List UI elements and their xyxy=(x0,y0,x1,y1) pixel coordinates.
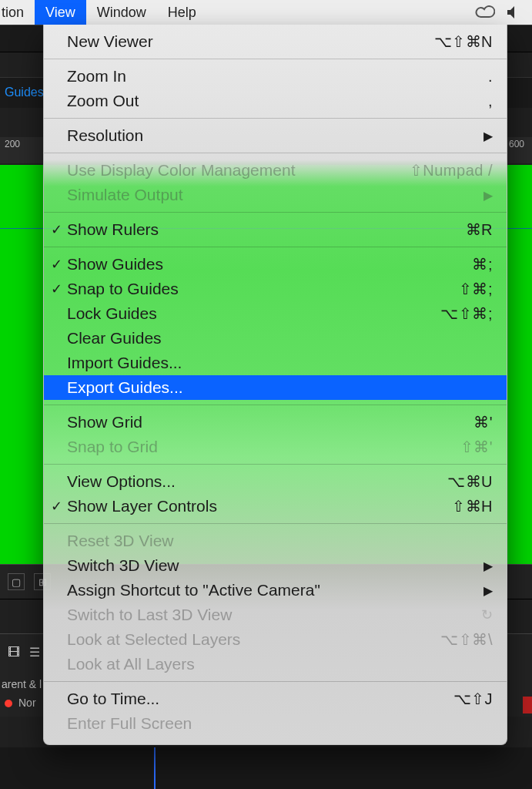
menu-item-label: Use Display Color Management xyxy=(67,161,295,180)
check-icon: ✓ xyxy=(49,221,64,238)
menu-shortcut: ⌥⇧⌘N xyxy=(434,32,493,51)
check-icon: ✓ xyxy=(49,280,64,297)
menu-shortcut: ⇧⌘' xyxy=(460,438,493,456)
menu-shortcut: ⇧⌘H xyxy=(452,497,493,515)
menu-item-label: Go to Time... xyxy=(67,690,159,708)
menu-item-label: View Options... xyxy=(67,472,176,491)
menu-switch-last-3d-view: Switch to Last 3D View ↻ xyxy=(44,603,507,627)
view-menu-dropdown: New Viewer ⌥⇧⌘N Zoom In . Zoom Out , Res… xyxy=(43,25,507,745)
record-dot-icon[interactable] xyxy=(5,700,12,707)
submenu-arrow-icon: ▶ xyxy=(483,129,493,143)
menu-enter-full-screen: Enter Full Screen xyxy=(44,711,507,736)
menu-separator xyxy=(44,153,507,153)
menu-item-label: Assign Shortcut to "Active Camera" xyxy=(67,581,320,599)
menu-item-label: Resolution xyxy=(67,126,143,145)
bars-icon[interactable]: ☰ xyxy=(29,645,40,660)
menu-snap-to-guides[interactable]: ✓ Snap to Guides ⇧⌘; xyxy=(44,277,507,301)
menu-zoom-in[interactable]: Zoom In . xyxy=(44,64,507,89)
menu-view-options[interactable]: View Options... ⌥⌘U xyxy=(44,469,507,494)
menu-separator xyxy=(44,523,507,524)
menu-separator xyxy=(44,464,507,465)
submenu-arrow-icon: ▶ xyxy=(483,188,493,203)
timeline-track-area[interactable] xyxy=(0,747,532,789)
menu-separator xyxy=(44,212,507,213)
menu-separator xyxy=(44,405,507,405)
menu-item-label: Snap to Guides xyxy=(67,280,179,298)
menu-item-label: Simulate Output xyxy=(67,186,183,204)
menu-item-label: Switch 3D View xyxy=(67,556,179,575)
menu-shortcut: , xyxy=(488,92,493,110)
creative-cloud-icon[interactable] xyxy=(475,5,495,19)
menu-item-label: Look at Selected Layers xyxy=(67,630,240,649)
check-icon: ✓ xyxy=(49,256,64,273)
menu-item-label: New Viewer xyxy=(67,32,153,51)
mode-label-partial: Nor xyxy=(18,697,36,709)
menu-show-grid[interactable]: Show Grid ⌘' xyxy=(44,410,507,435)
menu-separator xyxy=(44,59,507,59)
menu-snap-to-grid: Snap to Grid ⇧⌘' xyxy=(44,435,507,459)
menu-simulate-output: Simulate Output ▶ xyxy=(44,183,507,207)
menu-shortcut: ⌘R xyxy=(466,220,493,239)
menu-item-partial[interactable]: tion xyxy=(0,0,35,25)
menu-item-label: Switch to Last 3D View xyxy=(67,606,232,624)
menu-item-label: Lock Guides xyxy=(67,304,157,323)
menu-separator xyxy=(44,681,507,682)
menu-item-label: Show Rulers xyxy=(67,220,159,239)
menubar: tion View Window Help xyxy=(0,0,532,25)
menu-switch-3d-view[interactable]: Switch 3D View ▶ xyxy=(44,553,507,578)
crop-icon[interactable]: ▢ xyxy=(8,573,25,590)
menu-export-guides[interactable]: Export Guides... xyxy=(44,375,507,400)
menu-use-display-color-management: Use Display Color Management ⇧Numpad / xyxy=(44,158,507,183)
menu-new-viewer[interactable]: New Viewer ⌥⇧⌘N xyxy=(44,29,507,54)
menu-show-rulers[interactable]: ✓ Show Rulers ⌘R xyxy=(44,217,507,242)
refresh-icon: ↻ xyxy=(481,606,493,623)
menu-show-guides[interactable]: ✓ Show Guides ⌘; xyxy=(44,252,507,277)
playhead[interactable] xyxy=(154,747,156,789)
menu-clear-guides[interactable]: Clear Guides xyxy=(44,326,507,351)
column-header-partial: arent & l xyxy=(2,678,42,690)
menu-item-label: Clear Guides xyxy=(67,329,162,347)
menu-item-label: Import Guides... xyxy=(67,354,182,372)
menu-lock-guides[interactable]: Lock Guides ⌥⇧⌘; xyxy=(44,301,507,326)
menu-item-label: Show Grid xyxy=(67,413,142,431)
menu-shortcut: ⌥⇧⌘\ xyxy=(440,630,493,649)
menu-shortcut: ⌘; xyxy=(472,255,493,274)
menu-item-label: Zoom Out xyxy=(67,92,139,110)
menu-shortcut: ⇧⌘; xyxy=(459,280,493,298)
film-icon[interactable]: 🎞 xyxy=(8,646,20,660)
menu-item-label: Reset 3D View xyxy=(67,532,174,550)
menu-item-label: Zoom In xyxy=(67,67,126,86)
menu-view[interactable]: View xyxy=(35,0,86,25)
check-icon: ✓ xyxy=(49,498,64,515)
menu-import-guides[interactable]: Import Guides... xyxy=(44,351,507,375)
menu-separator xyxy=(44,247,507,247)
guides-tab[interactable]: Guides xyxy=(0,84,49,101)
menu-shortcut: ⌥⌘U xyxy=(447,472,493,491)
menu-go-to-time[interactable]: Go to Time... ⌥⇧J xyxy=(44,687,507,711)
menu-item-label: Export Guides... xyxy=(67,378,183,397)
menu-item-label: Show Guides xyxy=(67,255,163,274)
menu-shortcut: ⇧Numpad / xyxy=(410,161,493,180)
submenu-arrow-icon: ▶ xyxy=(483,559,493,573)
ruler-tick: 200 xyxy=(5,139,20,149)
menu-item-label: Snap to Grid xyxy=(67,438,158,456)
menu-reset-3d-view: Reset 3D View xyxy=(44,529,507,553)
menu-item-label: Show Layer Controls xyxy=(67,497,217,515)
menu-shortcut: ⌘' xyxy=(473,413,493,431)
menu-resolution[interactable]: Resolution ▶ xyxy=(44,123,507,148)
menubar-spacer xyxy=(207,0,475,25)
menu-show-layer-controls[interactable]: ✓ Show Layer Controls ⇧⌘H xyxy=(44,494,507,519)
menu-item-label: Look at All Layers xyxy=(67,655,195,673)
menu-separator xyxy=(44,118,507,119)
menu-assign-shortcut-active-camera[interactable]: Assign Shortcut to "Active Camera" ▶ xyxy=(44,578,507,603)
ruler-tick: 600 xyxy=(509,139,524,149)
menu-help[interactable]: Help xyxy=(157,0,207,25)
volume-icon[interactable] xyxy=(506,5,521,19)
submenu-arrow-icon: ▶ xyxy=(483,583,493,598)
menu-zoom-out[interactable]: Zoom Out , xyxy=(44,89,507,113)
menu-window[interactable]: Window xyxy=(86,0,157,25)
menu-shortcut: ⌥⇧⌘; xyxy=(440,304,493,323)
menu-shortcut: . xyxy=(488,68,493,86)
menu-look-at-all-layers: Look at All Layers xyxy=(44,652,507,677)
menu-item-label: Enter Full Screen xyxy=(67,714,192,733)
